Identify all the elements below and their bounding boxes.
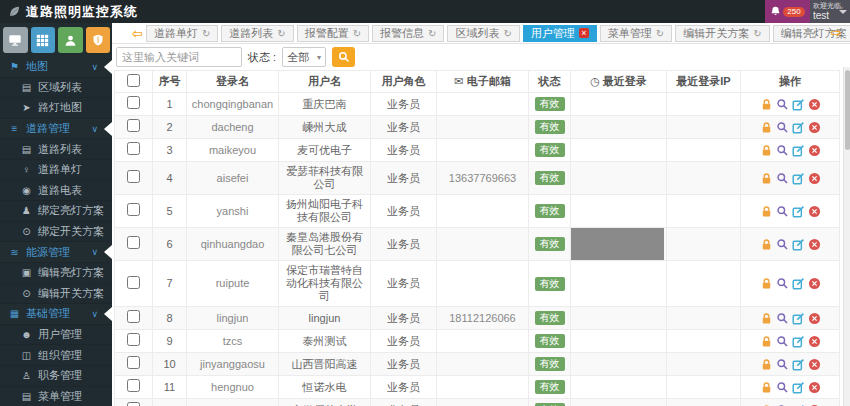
edit-icon[interactable] <box>792 238 805 251</box>
select-all-checkbox[interactable] <box>127 74 140 87</box>
tab-scroll-left-icon[interactable]: ⇦ <box>132 27 143 40</box>
keyword-input[interactable] <box>116 47 242 67</box>
view-icon[interactable] <box>776 98 789 111</box>
sidebar-item[interactable]: ≡ 道路管理 ∨ <box>0 119 112 140</box>
view-icon[interactable] <box>776 312 789 325</box>
sidebar-item[interactable]: ◫ 组织管理 ∨ <box>0 345 112 366</box>
app-logo[interactable]: 道路照明监控系统 <box>0 0 138 23</box>
view-icon[interactable] <box>776 205 789 218</box>
sidebar-item[interactable]: ⚑ 地图 ∨ <box>0 57 112 78</box>
delete-icon[interactable] <box>808 98 821 111</box>
tab[interactable]: 区域列表 ↻ × <box>447 25 519 42</box>
row-checkbox[interactable] <box>127 402 140 406</box>
lock-icon[interactable] <box>760 121 773 134</box>
row-checkbox[interactable] <box>127 119 140 132</box>
lock-icon[interactable] <box>760 358 773 371</box>
edit-icon[interactable] <box>792 98 805 111</box>
grid-button[interactable] <box>31 27 56 53</box>
lock-icon[interactable] <box>760 335 773 348</box>
tab[interactable]: 菜单管理 ↻ × <box>600 25 672 42</box>
edit-icon[interactable] <box>792 144 805 157</box>
view-icon[interactable] <box>776 144 789 157</box>
tab[interactable]: 报警配置 ↻ × <box>297 25 369 42</box>
delete-icon[interactable] <box>808 238 821 251</box>
row-checkbox[interactable] <box>127 333 140 346</box>
view-icon[interactable] <box>776 172 789 185</box>
lock-icon[interactable] <box>760 172 773 185</box>
sidebar-item[interactable]: ♙ 职务管理 ∨ <box>0 366 112 387</box>
sidebar-item[interactable]: ➤ 路灯地图 ∨ <box>0 98 112 119</box>
sidebar-item[interactable]: ▤ 道路列表 ∨ <box>0 139 112 160</box>
lock-icon[interactable] <box>760 238 773 251</box>
sidebar-item[interactable]: ♟ 绑定亮灯方案 ∨ <box>0 201 112 222</box>
lock-icon[interactable] <box>760 381 773 394</box>
view-icon[interactable] <box>776 358 789 371</box>
delete-icon[interactable] <box>808 277 821 290</box>
search-button[interactable] <box>332 47 355 67</box>
view-icon[interactable] <box>776 335 789 348</box>
tab-scroll-right-icon[interactable]: ⇨ <box>831 26 842 39</box>
refresh-icon[interactable]: ↻ <box>428 28 436 39</box>
row-checkbox[interactable] <box>127 96 140 109</box>
sidebar-item[interactable]: ▣ 编辑亮灯方案 ∨ <box>0 263 112 284</box>
delete-icon[interactable] <box>808 312 821 325</box>
sidebar-item[interactable]: ≋ 能源管理 ∨ <box>0 242 112 263</box>
view-icon[interactable] <box>776 381 789 394</box>
delete-icon[interactable] <box>808 144 821 157</box>
scrollbar-thumb[interactable] <box>845 70 850 150</box>
view-icon[interactable] <box>776 277 789 290</box>
sidebar-item[interactable]: ⊙ 绑定开关方案 ∨ <box>0 222 112 243</box>
edit-icon[interactable] <box>792 312 805 325</box>
tab[interactable]: 编辑开关方案 ↻ × <box>675 25 769 42</box>
edit-icon[interactable] <box>792 121 805 134</box>
edit-icon[interactable] <box>792 277 805 290</box>
tab[interactable]: 道路单灯 ↻ × <box>146 25 218 42</box>
status-select[interactable]: 全部 ▾ <box>282 47 326 67</box>
edit-icon[interactable] <box>792 335 805 348</box>
sidebar-item[interactable]: ☻ 用户管理 ∨ <box>0 325 112 346</box>
refresh-icon[interactable]: ↻ <box>656 28 664 39</box>
delete-icon[interactable] <box>808 205 821 218</box>
delete-icon[interactable] <box>808 358 821 371</box>
delete-icon[interactable] <box>808 121 821 134</box>
refresh-icon[interactable]: ↻ <box>277 28 285 39</box>
row-checkbox[interactable] <box>127 142 140 155</box>
edit-icon[interactable] <box>792 358 805 371</box>
sidebar-item[interactable]: ▤ 区域列表 ∨ <box>0 78 112 99</box>
user-menu[interactable]: 欢迎光临, test <box>810 0 850 23</box>
row-checkbox[interactable] <box>127 170 140 183</box>
row-checkbox[interactable] <box>127 236 140 249</box>
tab[interactable]: 道路列表 ↻ × <box>221 25 293 42</box>
delete-icon[interactable] <box>808 172 821 185</box>
view-icon[interactable] <box>776 121 789 134</box>
close-icon[interactable]: × <box>579 28 589 38</box>
sidebar-item[interactable]: ◉ 道路电表 ∨ <box>0 181 112 202</box>
sidebar-item[interactable]: ♀ 道路单灯 ∨ <box>0 160 112 181</box>
user-button[interactable] <box>58 27 83 53</box>
row-checkbox[interactable] <box>127 276 140 289</box>
edit-icon[interactable] <box>792 381 805 394</box>
delete-icon[interactable] <box>808 335 821 348</box>
row-checkbox[interactable] <box>127 379 140 392</box>
row-checkbox[interactable] <box>127 310 140 323</box>
lock-icon[interactable] <box>760 277 773 290</box>
lock-icon[interactable] <box>760 98 773 111</box>
row-checkbox[interactable] <box>127 203 140 216</box>
tab[interactable]: 用户管理 ↻ × <box>523 25 597 42</box>
monitor-button[interactable] <box>3 27 28 53</box>
row-checkbox[interactable] <box>127 356 140 369</box>
sidebar-item[interactable]: ▦ 基础管理 ∨ <box>0 304 112 325</box>
refresh-icon[interactable]: ↻ <box>202 28 210 39</box>
refresh-icon[interactable]: ↻ <box>753 28 761 39</box>
tab[interactable]: 报警信息 ↻ × <box>372 25 444 42</box>
sidebar-item[interactable]: ▤ 菜单管理 ∨ <box>0 387 112 406</box>
lock-icon[interactable] <box>760 312 773 325</box>
edit-icon[interactable] <box>792 172 805 185</box>
edit-icon[interactable] <box>792 205 805 218</box>
lock-icon[interactable] <box>760 205 773 218</box>
view-icon[interactable] <box>776 238 789 251</box>
sidebar-item[interactable]: ⊙ 编辑开关方案 ∨ <box>0 284 112 305</box>
lock-icon[interactable] <box>760 144 773 157</box>
refresh-icon[interactable]: ↻ <box>353 28 361 39</box>
notifications-button[interactable]: 250 <box>765 0 810 23</box>
